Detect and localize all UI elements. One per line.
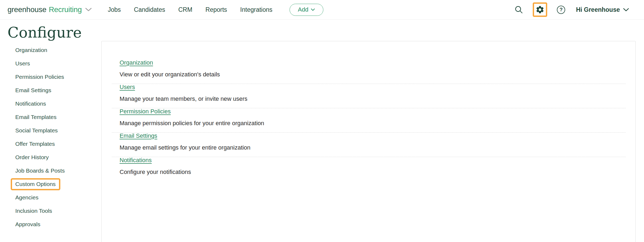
sidebar-item-email-settings[interactable]: Email Settings [0,84,101,97]
help-button[interactable]: ? [557,6,565,14]
organization-description: View or edit your organization's details [120,71,626,78]
sidebar-item-agencies[interactable]: Agencies [0,191,101,204]
configure-options-card: Organization View or edit your organizat… [101,41,636,242]
add-button[interactable]: Add [290,4,323,16]
section-users: Users Manage your team members, or invit… [112,84,626,102]
user-greeting: Hi Greenhouse [576,6,620,13]
sidebar-item-users[interactable]: Users [0,57,101,70]
top-navigation-bar: greenhouse Recruiting Jobs Candidates CR… [0,0,644,20]
help-icon: ? [557,6,565,14]
nav-item-integrations[interactable]: Integrations [240,6,272,13]
nav-item-reports[interactable]: Reports [205,6,227,13]
search-icon [515,5,523,14]
content-area: Organization Users Permission Policies E… [0,41,644,242]
nav-item-crm[interactable]: CRM [178,6,192,13]
logo-brand-text: greenhouse [8,5,46,14]
sidebar-item-offer-templates[interactable]: Offer Templates [0,137,101,151]
users-description: Manage your team members, or invite new … [120,96,626,102]
sidebar-item-job-boards-posts[interactable]: Job Boards & Posts [0,164,101,177]
permission-policies-link[interactable]: Permission Policies [120,108,171,115]
section-permission-policies: Permission Policies Manage permission po… [112,108,626,126]
gear-highlight-box [533,2,547,17]
email-settings-link[interactable]: Email Settings [120,133,157,139]
add-button-label: Add [298,6,308,13]
permission-policies-description: Manage permission policies for your enti… [120,120,626,126]
sidebar-item-notifications[interactable]: Notifications [0,97,101,110]
greenhouse-logo[interactable]: greenhouse Recruiting [8,5,92,14]
logo-product-text: Recruiting [49,5,82,14]
search-button[interactable] [515,5,523,14]
logo-chevron-down-icon[interactable] [85,8,92,12]
sidebar-item-email-templates[interactable]: Email Templates [0,110,101,124]
email-settings-description: Manage email settings for your entire or… [120,144,626,151]
organization-link[interactable]: Organization [120,59,153,66]
gear-icon [535,5,545,14]
sidebar-item-organization[interactable]: Organization [0,43,101,57]
user-menu[interactable]: Hi Greenhouse [576,6,629,13]
sidebar-item-inclusion-tools[interactable]: Inclusion Tools [0,204,101,218]
sidebar-item-permission-policies[interactable]: Permission Policies [0,70,101,84]
nav-right-group: ? Hi Greenhouse [515,2,629,17]
section-organization: Organization View or edit your organizat… [112,59,626,78]
sidebar-item-custom-options[interactable]: Custom Options [0,177,101,191]
help-glyph: ? [560,7,563,13]
section-notifications: Notifications Configure your notificatio… [112,157,626,175]
notifications-link[interactable]: Notifications [120,157,152,163]
notifications-description: Configure your notifications [120,169,626,175]
sidebar-item-social-templates[interactable]: Social Templates [0,124,101,137]
user-menu-chevron-down-icon [623,8,629,12]
nav-item-jobs[interactable]: Jobs [108,6,121,13]
sidebar-item-order-history[interactable]: Order History [0,151,101,164]
nav-item-candidates[interactable]: Candidates [134,6,165,13]
primary-nav: Jobs Candidates CRM Reports Integrations [108,6,272,13]
custom-options-highlight-box: Custom Options [11,178,60,190]
settings-button[interactable] [535,5,545,14]
configure-sidebar: Organization Users Permission Policies E… [0,43,101,231]
section-email-settings: Email Settings Manage email settings for… [112,133,626,151]
add-chevron-down-icon [311,8,315,11]
users-link[interactable]: Users [120,84,135,90]
page-title: Configure [8,24,644,41]
sidebar-item-approvals[interactable]: Approvals [0,218,101,231]
